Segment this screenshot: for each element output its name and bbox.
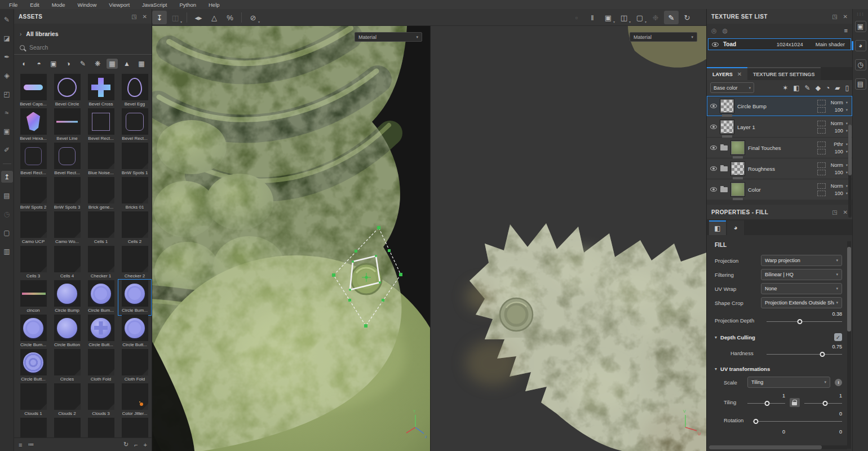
asset-item[interactable]: Cells 1 (85, 211, 117, 246)
zoom-options-icon[interactable]: ⊘▾ (246, 11, 260, 24)
channel-filter-dropdown[interactable]: Base color ▾ (710, 82, 754, 93)
asset-item[interactable]: BnW Spots 3 (51, 177, 83, 211)
asset-item[interactable]: Cells 4 (51, 246, 83, 280)
asset-item[interactable]: Color Jitter... (119, 383, 150, 418)
log-icon[interactable]: ▤ (855, 78, 866, 90)
shape-crop-dropdown[interactable]: Projection Extends Outside Shape▾ (761, 297, 842, 308)
blend-mode-value[interactable]: Norm (829, 162, 843, 168)
blend-mode-value[interactable]: Norm (829, 183, 843, 189)
shader-settings-icon[interactable]: ◕ (855, 40, 866, 51)
search-input[interactable] (29, 44, 125, 51)
solo-icon[interactable]: ◍ (723, 27, 728, 34)
asset-item[interactable]: Clouds 2 (51, 383, 83, 418)
asset-item[interactable] (85, 418, 117, 437)
display-settings-icon[interactable]: ▣ (855, 21, 866, 32)
asset-item[interactable]: Circle Butt... (85, 315, 117, 349)
close-icon[interactable]: ✕ (843, 14, 848, 20)
tiling-slider-v[interactable]: 1 (804, 399, 842, 407)
delete-layer-icon[interactable]: ▯ (845, 84, 849, 92)
library-selector[interactable]: › All libraries (14, 24, 152, 39)
menu-file[interactable]: File (3, 2, 23, 8)
menu-javascript[interactable]: JavaScript (136, 2, 172, 8)
asset-item[interactable]: Bevel Cross (85, 74, 117, 108)
uv-transformations-header[interactable]: ▾ UV transformations (715, 366, 842, 372)
scale-dropdown[interactable]: Tiling ▾ (747, 377, 830, 388)
asset-item[interactable]: Circle Bum... (17, 315, 49, 349)
viewport-3d[interactable]: Y z Material ▾ (152, 26, 430, 451)
filter-grid-view-icon[interactable]: ▦ (136, 59, 147, 69)
opacity-value[interactable]: 100 (829, 170, 843, 175)
render-mode-icon[interactable]: ▣▾ (601, 11, 615, 24)
blend-mode-value[interactable]: Norm (829, 121, 843, 126)
rotation-slider[interactable]: 0 (753, 417, 842, 425)
sort-alpha-icon[interactable]: ≡ (19, 441, 22, 448)
asset-item[interactable]: Bevel Egg (119, 74, 150, 108)
asset-item[interactable]: Checker 2 (119, 246, 150, 280)
sort-order-icon[interactable]: ≔ (28, 441, 34, 448)
search-sets-icon[interactable]: ◎ (711, 27, 717, 34)
symmetry-tool-icon[interactable]: △ (207, 11, 222, 24)
layer-row[interactable]: Final TouchesPthr▾100▾ (707, 138, 852, 158)
asset-item[interactable]: Circle Bum... (119, 280, 150, 315)
asset-item[interactable]: Cloth Fold (119, 349, 150, 383)
menu-mode[interactable]: Mode (46, 2, 71, 8)
opacity-value[interactable]: 100 (829, 191, 843, 196)
close-icon[interactable]: ✕ (737, 71, 742, 77)
depth-culling-header[interactable]: ▾ Depth Culling ✓ (715, 333, 842, 341)
refresh-icon[interactable]: ↻ (123, 441, 129, 448)
properties-hscrollbar[interactable] (709, 445, 847, 449)
filter-brushes-icon[interactable]: ✎ (77, 59, 88, 69)
opacity-value[interactable]: 100 (829, 149, 843, 154)
asset-item[interactable]: BnW Spots 2 (17, 177, 49, 211)
asset-item[interactable]: Bevel Circle (51, 74, 83, 108)
stack-tool-icon[interactable]: ▥ (1, 245, 13, 257)
asset-item[interactable]: Bricks 01 (119, 177, 150, 211)
viewport-2d[interactable]: V U Material ▾ (430, 26, 706, 451)
asset-item[interactable]: Cells 2 (119, 211, 150, 246)
document-tool-icon[interactable]: ▢ (1, 227, 13, 238)
layers-scrollbar[interactable] (848, 125, 852, 218)
opacity-value[interactable]: 100 (829, 128, 843, 134)
info-icon[interactable]: i (835, 379, 842, 386)
filter-materials-icon[interactable]: ◐ (19, 59, 30, 69)
asset-item[interactable]: Bevel Rect... (51, 143, 83, 177)
paint-mode-icon[interactable]: ✎ (664, 11, 679, 24)
asset-item[interactable]: Cloth Fold (85, 349, 117, 383)
filter-textures-icon[interactable]: ▦ (107, 59, 118, 69)
texture-set-row[interactable]: Toad 1024x1024 Main shader (708, 38, 851, 50)
layer-row[interactable]: Circle BumpNorm▾100▾ (707, 96, 852, 116)
menu-edit[interactable]: Edit (24, 2, 45, 8)
asset-item[interactable]: Brick gene... (85, 177, 117, 211)
quick-mask-tool-icon[interactable]: % (223, 11, 237, 24)
layer-row[interactable]: Layer 1Norm▾100▾ (707, 117, 852, 137)
filter-alphas-icon[interactable]: ❋ (92, 59, 103, 69)
asset-item[interactable]: Circle Bum... (85, 280, 117, 315)
add-fill-layer-icon[interactable]: ◆ (816, 84, 821, 92)
asset-item[interactable]: Clouds 3 (85, 383, 117, 418)
asset-item[interactable]: Blue Noise... (85, 143, 117, 177)
projection-depth-slider[interactable]: 0.38 (767, 317, 842, 325)
dock-icon[interactable]: ◳ (832, 209, 837, 215)
asset-item[interactable]: Circle Butt... (17, 349, 49, 383)
add-folder-icon[interactable]: ▰ (835, 84, 840, 92)
close-icon[interactable]: ✕ (843, 209, 848, 215)
asset-item[interactable]: Circle Bump (51, 280, 83, 315)
list-options-icon[interactable]: ≡ (844, 27, 848, 34)
properties-scrollbar[interactable] (847, 241, 851, 449)
dock-icon[interactable]: ◳ (832, 14, 837, 20)
menu-window[interactable]: Window (72, 2, 102, 8)
asset-item[interactable]: Bevel Rect... (119, 108, 150, 143)
dock-icon[interactable]: ◳ (131, 14, 136, 20)
resize-thumbs-icon[interactable]: ⌐ (134, 441, 138, 448)
view-mode-icon[interactable]: ◫▾ (617, 11, 631, 24)
opacity-value[interactable]: 100 (829, 107, 843, 113)
filtering-dropdown[interactable]: Bilinear | HQ▾ (761, 269, 842, 280)
hardness-slider[interactable]: 0.75 (767, 350, 842, 358)
asset-item[interactable]: Circle Butt... (119, 315, 150, 349)
eye-icon[interactable] (710, 187, 717, 192)
clone-tool-icon[interactable]: ▣ (1, 125, 13, 137)
menu-help[interactable]: Help (203, 2, 225, 8)
asset-item[interactable] (51, 418, 83, 437)
asset-item[interactable]: Camo Wo... (51, 211, 83, 246)
asset-item[interactable]: BnW Spots 1 (119, 143, 150, 177)
